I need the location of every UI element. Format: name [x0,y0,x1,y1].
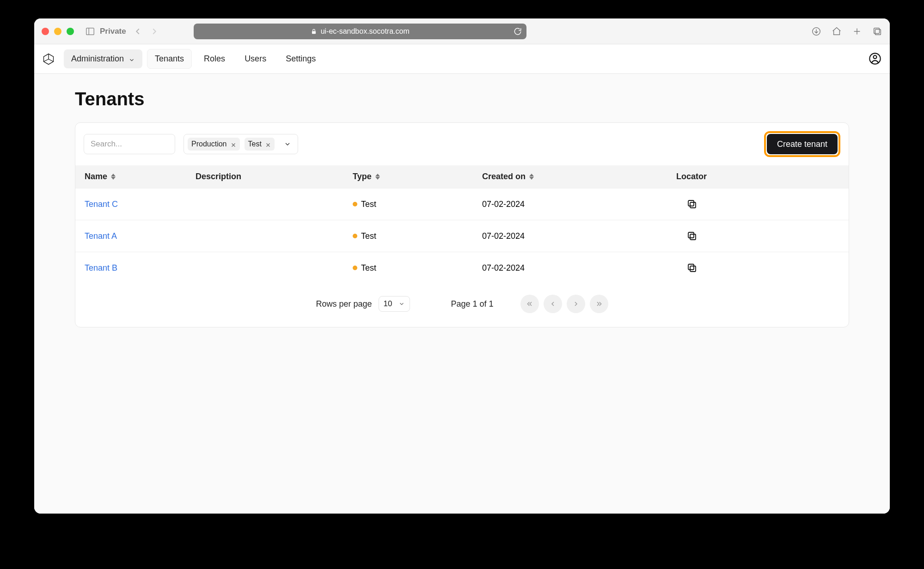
tenant-type-label: Test [361,200,376,209]
tenant-locator-cell [676,198,839,211]
rows-per-page-value: 10 [384,299,392,309]
table-footer: Rows per page 10 Page 1 of 1 [75,284,849,327]
svg-marker-22 [375,177,380,180]
chevron-down-icon [129,56,135,62]
create-tenant-button[interactable]: Create tenant [767,134,838,154]
minimize-window-button[interactable] [54,28,61,35]
pager-last-button[interactable] [590,295,608,313]
svg-rect-7 [875,29,881,35]
th-description: Description [196,172,353,182]
nav-administration[interactable]: Administration [64,49,142,68]
table-row: Tenant A Test 07-02-2024 [75,220,849,252]
nav-tab-tenants-label: Tenants [155,54,184,64]
back-button[interactable] [133,26,143,36]
svg-rect-28 [688,232,694,238]
svg-marker-20 [111,177,116,180]
create-tenant-highlight: Create tenant [764,131,840,157]
svg-marker-24 [529,177,534,180]
status-dot-icon [353,234,357,238]
private-label: Private [100,27,126,36]
new-tab-icon[interactable] [852,26,862,36]
tenant-link[interactable]: Tenant A [85,231,117,241]
table-row: Tenant B Test 07-02-2024 [75,252,849,284]
maximize-window-button[interactable] [67,28,74,35]
account-menu-button[interactable] [869,52,882,66]
th-type-label: Type [353,172,372,182]
filter-chip-production[interactable]: Production [188,138,240,151]
url-bar[interactable]: ui-ec-sandbox.socotra.com [194,24,526,39]
tenant-name-cell: Tenant C [85,200,196,209]
pager [520,295,608,313]
remove-filter-test-icon[interactable] [265,141,271,147]
th-locator-label: Locator [676,172,707,182]
sort-icon [111,174,116,180]
th-name-label: Name [85,172,107,182]
th-created[interactable]: Created on [482,172,676,182]
svg-rect-29 [690,266,696,272]
nav-tab-users-label: Users [245,54,266,64]
toolbar: Production Test Create tenant [75,123,849,165]
sidebar-toggle-icon[interactable] [85,26,95,36]
tenant-created-cell: 07-02-2024 [482,200,676,209]
home-icon[interactable] [832,26,842,36]
filter-chip-production-label: Production [191,140,227,148]
titlebar-right [811,26,882,36]
th-created-label: Created on [482,172,526,182]
th-name[interactable]: Name [85,172,196,182]
svg-rect-0 [86,28,94,35]
sort-icon [529,174,534,180]
refresh-icon[interactable] [514,27,522,36]
tenant-link[interactable]: Tenant B [85,263,117,272]
svg-rect-26 [688,200,694,206]
table-header: Name Description Type [75,165,849,188]
traffic-lights [42,28,74,35]
pager-prev-button[interactable] [544,295,562,313]
chevron-down-icon [398,301,405,307]
remove-filter-production-icon[interactable] [231,141,236,147]
svg-line-11 [44,59,49,61]
svg-line-12 [49,59,54,61]
rows-per-page-select[interactable]: 10 [379,296,410,312]
copy-locator-button[interactable] [685,261,698,274]
tenant-type-cell: Test [353,200,482,209]
filter-chip-test-label: Test [248,140,262,148]
filter-dropdown-toggle[interactable] [282,139,293,150]
copy-locator-button[interactable] [685,230,698,242]
th-type[interactable]: Type [353,172,482,182]
tenant-type-label: Test [361,231,376,241]
downloads-icon[interactable] [811,26,821,36]
search-input[interactable] [84,134,175,154]
forward-button[interactable] [149,26,159,36]
status-dot-icon [353,266,357,270]
svg-marker-19 [111,174,116,176]
tenant-link[interactable]: Tenant C [85,200,118,209]
app-logo[interactable] [42,52,55,66]
svg-rect-2 [312,31,316,34]
th-description-label: Description [196,172,241,182]
filter-group: Production Test [184,134,298,154]
page-content: Tenants Production Test [34,74,890,514]
browser-window: Private ui-ec-sandbox.socotra.com [34,18,890,514]
copy-locator-button[interactable] [685,198,698,211]
nav-tab-tenants[interactable]: Tenants [147,49,192,69]
nav-tab-roles-label: Roles [204,54,225,64]
nav-tab-users[interactable]: Users [237,49,274,68]
pager-first-button[interactable] [520,295,539,313]
filter-chip-test[interactable]: Test [245,138,275,151]
tenant-created-cell: 07-02-2024 [482,231,676,241]
svg-rect-8 [874,28,880,33]
nav-tab-roles[interactable]: Roles [196,49,233,68]
pager-next-button[interactable] [567,295,585,313]
tab-overview-icon[interactable] [872,26,882,36]
nav-tab-settings[interactable]: Settings [278,49,323,68]
lock-icon [311,28,317,35]
svg-rect-27 [690,234,696,240]
close-window-button[interactable] [42,28,49,35]
sort-icon [375,174,380,180]
tenant-type-cell: Test [353,231,482,241]
tenant-locator-cell [676,230,839,242]
nav-tab-settings-label: Settings [286,54,316,64]
tenants-card: Production Test Create tenant [75,122,849,327]
tenant-created-cell: 07-02-2024 [482,263,676,273]
status-dot-icon [353,202,357,206]
